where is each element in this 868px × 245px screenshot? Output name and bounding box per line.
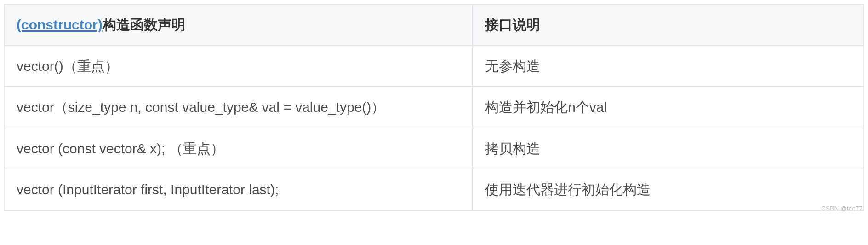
cell-signature: vector（size_type n, const value_type& va… bbox=[4, 87, 473, 128]
constructor-table: (constructor)构造函数声明 接口说明 vector()（重点） 无参… bbox=[4, 4, 864, 211]
cell-description: 拷贝构造 bbox=[473, 128, 864, 169]
table-header-row: (constructor)构造函数声明 接口说明 bbox=[4, 4, 864, 46]
table-row: vector()（重点） 无参构造 bbox=[4, 46, 864, 87]
table-row: vector（size_type n, const value_type& va… bbox=[4, 87, 864, 128]
header-description: 接口说明 bbox=[473, 4, 864, 46]
cell-description: 无参构造 bbox=[473, 46, 864, 87]
cell-description: 使用迭代器进行初始化构造 bbox=[473, 169, 864, 210]
cell-signature: vector (const vector& x); （重点） bbox=[4, 128, 473, 169]
constructor-link[interactable]: (constructor) bbox=[17, 17, 103, 32]
header-declaration: (constructor)构造函数声明 bbox=[4, 4, 473, 46]
table-row: vector (InputIterator first, InputIterat… bbox=[4, 169, 864, 210]
cell-signature: vector()（重点） bbox=[4, 46, 473, 87]
cell-signature: vector (InputIterator first, InputIterat… bbox=[4, 169, 473, 210]
cell-description: 构造并初始化n个val bbox=[473, 87, 864, 128]
header-declaration-suffix: 构造函数声明 bbox=[103, 17, 185, 32]
table-row: vector (const vector& x); （重点） 拷贝构造 bbox=[4, 128, 864, 169]
